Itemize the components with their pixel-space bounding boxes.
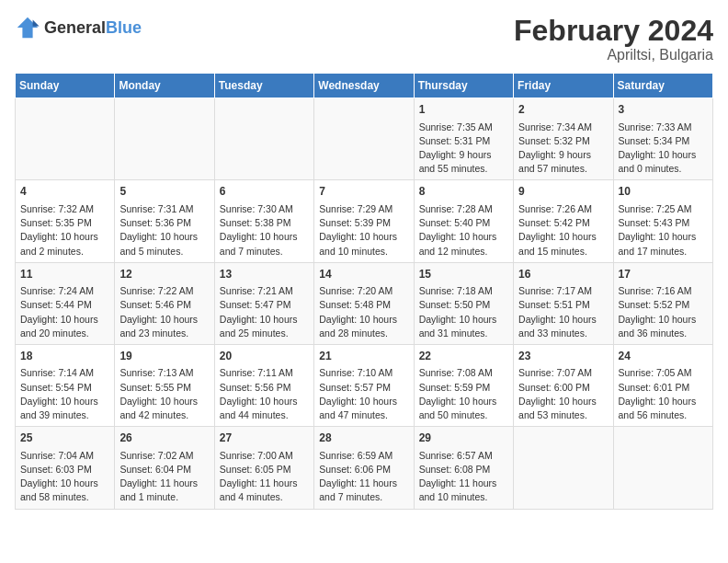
calendar-cell: 23Sunrise: 7:07 AMSunset: 6:00 PMDayligh… [514,344,613,426]
day-number: 9 [518,184,608,200]
day-number: 11 [20,267,109,282]
day-info: Sunrise: 7:20 AMSunset: 5:48 PMDaylight:… [319,284,408,340]
day-number: 4 [20,184,109,200]
calendar-week-row: 25Sunrise: 7:04 AMSunset: 6:03 PMDayligh… [16,427,713,509]
weekday-header-friday: Friday [514,74,613,98]
calendar-title: February 2024 [514,15,713,47]
calendar-cell: 1Sunrise: 7:35 AMSunset: 5:31 PMDaylight… [414,98,513,180]
calendar-cell: 2Sunrise: 7:34 AMSunset: 5:32 PMDaylight… [514,98,613,180]
calendar-week-row: 18Sunrise: 7:14 AMSunset: 5:54 PMDayligh… [16,344,713,426]
day-number: 25 [20,431,109,446]
calendar-cell: 3Sunrise: 7:33 AMSunset: 5:34 PMDaylight… [613,98,712,180]
day-info: Sunrise: 7:13 AMSunset: 5:55 PMDaylight:… [119,366,209,422]
calendar-week-row: 4Sunrise: 7:32 AMSunset: 5:35 PMDaylight… [16,180,713,262]
calendar-cell: 27Sunrise: 7:00 AMSunset: 6:05 PMDayligh… [214,427,313,509]
calendar-cell: 6Sunrise: 7:30 AMSunset: 5:38 PMDaylight… [214,180,313,262]
day-info: Sunrise: 7:08 AMSunset: 5:59 PMDaylight:… [419,366,508,422]
calendar-cell: 28Sunrise: 6:59 AMSunset: 6:06 PMDayligh… [314,427,414,509]
weekday-header-saturday: Saturday [613,74,712,98]
calendar-table: SundayMondayTuesdayWednesdayThursdayFrid… [15,73,713,509]
calendar-cell [115,98,214,180]
day-info: Sunrise: 7:14 AMSunset: 5:54 PMDaylight:… [20,366,109,422]
weekday-header-tuesday: Tuesday [214,74,313,98]
day-number: 5 [119,184,209,200]
day-number: 21 [319,349,408,364]
calendar-week-row: 11Sunrise: 7:24 AMSunset: 5:44 PMDayligh… [16,262,713,344]
calendar-week-row: 1Sunrise: 7:35 AMSunset: 5:31 PMDaylight… [16,98,713,180]
day-number: 8 [419,184,508,200]
day-info: Sunrise: 7:22 AMSunset: 5:46 PMDaylight:… [119,284,209,340]
day-info: Sunrise: 7:10 AMSunset: 5:57 PMDaylight:… [319,366,408,422]
calendar-cell: 15Sunrise: 7:18 AMSunset: 5:50 PMDayligh… [414,262,513,344]
day-info: Sunrise: 7:00 AMSunset: 6:05 PMDaylight:… [220,449,309,505]
calendar-cell: 14Sunrise: 7:20 AMSunset: 5:48 PMDayligh… [314,262,414,344]
day-number: 26 [119,431,209,446]
day-info: Sunrise: 7:24 AMSunset: 5:44 PMDaylight:… [20,284,109,340]
weekday-header-row: SundayMondayTuesdayWednesdayThursdayFrid… [16,74,713,98]
day-number: 1 [419,102,508,118]
day-info: Sunrise: 7:18 AMSunset: 5:50 PMDaylight:… [419,284,508,340]
day-number: 12 [119,267,209,282]
calendar-cell: 4Sunrise: 7:32 AMSunset: 5:35 PMDaylight… [16,180,115,262]
calendar-cell: 21Sunrise: 7:10 AMSunset: 5:57 PMDayligh… [314,344,414,426]
day-number: 14 [319,267,408,282]
calendar-cell [214,98,313,180]
day-number: 28 [319,431,408,446]
day-info: Sunrise: 7:32 AMSunset: 5:35 PMDaylight:… [20,202,109,259]
calendar-cell: 19Sunrise: 7:13 AMSunset: 5:55 PMDayligh… [115,344,214,426]
calendar-cell: 29Sunrise: 6:57 AMSunset: 6:08 PMDayligh… [414,427,513,509]
calendar-cell: 24Sunrise: 7:05 AMSunset: 6:01 PMDayligh… [613,344,712,426]
calendar-cell: 18Sunrise: 7:14 AMSunset: 5:54 PMDayligh… [16,344,115,426]
day-info: Sunrise: 7:05 AMSunset: 6:01 PMDaylight:… [619,366,708,422]
calendar-cell: 12Sunrise: 7:22 AMSunset: 5:46 PMDayligh… [115,262,214,344]
day-info: Sunrise: 7:26 AMSunset: 5:42 PMDaylight:… [518,202,608,259]
day-info: Sunrise: 7:11 AMSunset: 5:56 PMDaylight:… [220,366,309,422]
weekday-header-wednesday: Wednesday [314,74,414,98]
day-info: Sunrise: 7:34 AMSunset: 5:32 PMDaylight:… [518,121,608,177]
day-number: 2 [518,102,608,118]
calendar-cell: 7Sunrise: 7:29 AMSunset: 5:39 PMDaylight… [314,180,414,262]
svg-marker-1 [33,20,40,27]
day-number: 13 [220,267,309,282]
day-info: Sunrise: 6:57 AMSunset: 6:08 PMDaylight:… [419,449,508,505]
day-number: 15 [419,267,508,282]
calendar-cell: 20Sunrise: 7:11 AMSunset: 5:56 PMDayligh… [214,344,313,426]
calendar-cell [514,427,613,509]
weekday-header-thursday: Thursday [414,74,513,98]
day-number: 24 [619,349,708,364]
title-block: February 2024 Apriltsi, Bulgaria [514,15,713,63]
day-info: Sunrise: 7:02 AMSunset: 6:04 PMDaylight:… [119,449,209,505]
logo-icon [15,15,40,40]
day-number: 22 [419,349,508,364]
day-info: Sunrise: 7:16 AMSunset: 5:52 PMDaylight:… [619,284,708,340]
calendar-cell: 22Sunrise: 7:08 AMSunset: 5:59 PMDayligh… [414,344,513,426]
day-info: Sunrise: 7:35 AMSunset: 5:31 PMDaylight:… [419,121,508,177]
page-header: GeneralBlue February 2024 Apriltsi, Bulg… [15,15,713,63]
calendar-cell: 10Sunrise: 7:25 AMSunset: 5:43 PMDayligh… [613,180,712,262]
day-info: Sunrise: 7:04 AMSunset: 6:03 PMDaylight:… [20,449,109,505]
day-info: Sunrise: 7:17 AMSunset: 5:51 PMDaylight:… [518,284,608,340]
weekday-header-monday: Monday [115,74,214,98]
calendar-subtitle: Apriltsi, Bulgaria [514,47,713,63]
day-number: 3 [619,102,708,118]
day-number: 29 [419,431,508,446]
day-number: 6 [220,184,309,200]
logo-blue: Blue [106,18,142,37]
day-number: 27 [220,431,309,446]
calendar-cell: 11Sunrise: 7:24 AMSunset: 5:44 PMDayligh… [16,262,115,344]
day-number: 23 [518,349,608,364]
calendar-cell [613,427,712,509]
calendar-cell: 13Sunrise: 7:21 AMSunset: 5:47 PMDayligh… [214,262,313,344]
svg-marker-0 [17,17,38,38]
calendar-cell: 25Sunrise: 7:04 AMSunset: 6:03 PMDayligh… [16,427,115,509]
calendar-cell: 5Sunrise: 7:31 AMSunset: 5:36 PMDaylight… [115,180,214,262]
day-info: Sunrise: 7:31 AMSunset: 5:36 PMDaylight:… [119,202,209,259]
day-number: 7 [319,184,408,200]
calendar-cell [314,98,414,180]
calendar-cell: 8Sunrise: 7:28 AMSunset: 5:40 PMDaylight… [414,180,513,262]
day-info: Sunrise: 7:30 AMSunset: 5:38 PMDaylight:… [220,202,309,259]
calendar-cell: 26Sunrise: 7:02 AMSunset: 6:04 PMDayligh… [115,427,214,509]
calendar-cell: 9Sunrise: 7:26 AMSunset: 5:42 PMDaylight… [514,180,613,262]
calendar-cell: 16Sunrise: 7:17 AMSunset: 5:51 PMDayligh… [514,262,613,344]
calendar-cell [16,98,115,180]
